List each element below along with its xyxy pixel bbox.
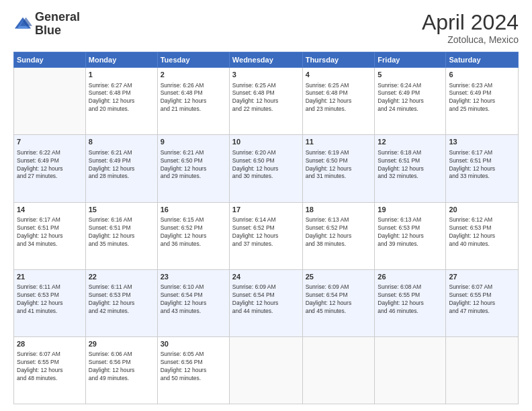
day-info: Sunrise: 6:09 AM Sunset: 6:54 PM Dayligh…: [232, 283, 300, 316]
day-number: 15: [89, 205, 154, 215]
logo-text: General Blue: [35, 11, 80, 38]
table-row: 4Sunrise: 6:25 AM Sunset: 6:48 PM Daylig…: [302, 68, 375, 135]
day-info: Sunrise: 6:07 AM Sunset: 6:55 PM Dayligh…: [449, 283, 515, 316]
day-number: 22: [89, 272, 154, 282]
day-number: 28: [17, 339, 83, 349]
table-row: 8Sunrise: 6:21 AM Sunset: 6:49 PM Daylig…: [85, 135, 157, 202]
day-info: Sunrise: 6:13 AM Sunset: 6:52 PM Dayligh…: [306, 216, 372, 248]
table-row: 9Sunrise: 6:21 AM Sunset: 6:50 PM Daylig…: [157, 135, 229, 202]
table-row: 21Sunrise: 6:11 AM Sunset: 6:53 PM Dayli…: [14, 269, 86, 336]
calendar-row: 21Sunrise: 6:11 AM Sunset: 6:53 PM Dayli…: [14, 269, 519, 336]
day-number: 5: [378, 70, 443, 80]
day-number: 13: [449, 137, 515, 147]
day-number: 19: [378, 205, 443, 215]
day-number: 24: [232, 272, 300, 282]
day-info: Sunrise: 6:16 AM Sunset: 6:51 PM Dayligh…: [89, 216, 154, 248]
header: General Blue April 2024 Zotoluca, Mexico: [13, 11, 519, 45]
day-number: 16: [161, 205, 226, 215]
table-row: 11Sunrise: 6:19 AM Sunset: 6:50 PM Dayli…: [302, 135, 375, 202]
table-row: [14, 68, 86, 135]
day-info: Sunrise: 6:08 AM Sunset: 6:55 PM Dayligh…: [378, 283, 443, 316]
table-row: 2Sunrise: 6:26 AM Sunset: 6:48 PM Daylig…: [157, 68, 229, 135]
day-info: Sunrise: 6:23 AM Sunset: 6:49 PM Dayligh…: [449, 82, 515, 114]
day-number: 2: [161, 70, 226, 80]
day-number: 21: [17, 272, 83, 282]
day-info: Sunrise: 6:11 AM Sunset: 6:53 PM Dayligh…: [17, 283, 83, 316]
day-info: Sunrise: 6:27 AM Sunset: 6:48 PM Dayligh…: [89, 82, 154, 114]
table-row: 18Sunrise: 6:13 AM Sunset: 6:52 PM Dayli…: [302, 202, 375, 269]
day-info: Sunrise: 6:11 AM Sunset: 6:53 PM Dayligh…: [89, 283, 154, 316]
day-info: Sunrise: 6:09 AM Sunset: 6:54 PM Dayligh…: [306, 283, 372, 316]
day-number: 6: [449, 70, 515, 80]
day-number: 26: [378, 272, 443, 282]
day-number: 30: [161, 339, 226, 349]
table-row: 13Sunrise: 6:17 AM Sunset: 6:51 PM Dayli…: [446, 135, 519, 202]
table-row: 3Sunrise: 6:25 AM Sunset: 6:48 PM Daylig…: [229, 68, 302, 135]
day-number: 11: [306, 137, 372, 147]
table-row: 7Sunrise: 6:22 AM Sunset: 6:49 PM Daylig…: [14, 135, 86, 202]
table-row: [302, 336, 375, 404]
logo: General Blue: [13, 11, 80, 38]
table-row: 22Sunrise: 6:11 AM Sunset: 6:53 PM Dayli…: [85, 269, 157, 336]
day-info: Sunrise: 6:13 AM Sunset: 6:53 PM Dayligh…: [378, 216, 443, 248]
day-number: 23: [161, 272, 226, 282]
page: General Blue April 2024 Zotoluca, Mexico…: [0, 0, 532, 411]
table-row: [229, 336, 302, 404]
day-number: 14: [17, 205, 83, 215]
day-info: Sunrise: 6:15 AM Sunset: 6:52 PM Dayligh…: [161, 216, 226, 248]
day-info: Sunrise: 6:12 AM Sunset: 6:53 PM Dayligh…: [449, 216, 515, 248]
table-row: 25Sunrise: 6:09 AM Sunset: 6:54 PM Dayli…: [302, 269, 375, 336]
main-title: April 2024: [422, 11, 519, 34]
col-sunday: Sunday: [14, 52, 86, 68]
day-number: 7: [17, 137, 83, 147]
day-info: Sunrise: 6:22 AM Sunset: 6:49 PM Dayligh…: [17, 149, 83, 181]
table-row: 24Sunrise: 6:09 AM Sunset: 6:54 PM Dayli…: [229, 269, 302, 336]
col-wednesday: Wednesday: [229, 52, 302, 68]
table-row: 26Sunrise: 6:08 AM Sunset: 6:55 PM Dayli…: [375, 269, 446, 336]
day-info: Sunrise: 6:19 AM Sunset: 6:50 PM Dayligh…: [306, 149, 372, 181]
day-info: Sunrise: 6:14 AM Sunset: 6:52 PM Dayligh…: [232, 216, 300, 248]
day-number: 1: [89, 70, 154, 80]
day-info: Sunrise: 6:20 AM Sunset: 6:50 PM Dayligh…: [232, 149, 300, 181]
day-info: Sunrise: 6:25 AM Sunset: 6:48 PM Dayligh…: [232, 82, 300, 114]
calendar-row: 7Sunrise: 6:22 AM Sunset: 6:49 PM Daylig…: [14, 135, 519, 202]
table-row: 12Sunrise: 6:18 AM Sunset: 6:51 PM Dayli…: [375, 135, 446, 202]
calendar-row: 14Sunrise: 6:17 AM Sunset: 6:51 PM Dayli…: [14, 202, 519, 269]
day-info: Sunrise: 6:18 AM Sunset: 6:51 PM Dayligh…: [378, 149, 443, 181]
day-number: 12: [378, 137, 443, 147]
table-row: 27Sunrise: 6:07 AM Sunset: 6:55 PM Dayli…: [446, 269, 519, 336]
subtitle: Zotoluca, Mexico: [422, 34, 519, 45]
table-row: 15Sunrise: 6:16 AM Sunset: 6:51 PM Dayli…: [85, 202, 157, 269]
day-info: Sunrise: 6:21 AM Sunset: 6:49 PM Dayligh…: [89, 149, 154, 181]
day-info: Sunrise: 6:17 AM Sunset: 6:51 PM Dayligh…: [449, 149, 515, 181]
table-row: 30Sunrise: 6:05 AM Sunset: 6:56 PM Dayli…: [157, 336, 229, 404]
day-number: 27: [449, 272, 515, 282]
table-row: 10Sunrise: 6:20 AM Sunset: 6:50 PM Dayli…: [229, 135, 302, 202]
day-number: 29: [89, 339, 154, 349]
col-friday: Friday: [375, 52, 446, 68]
day-info: Sunrise: 6:21 AM Sunset: 6:50 PM Dayligh…: [161, 149, 226, 181]
table-row: 16Sunrise: 6:15 AM Sunset: 6:52 PM Dayli…: [157, 202, 229, 269]
table-row: 23Sunrise: 6:10 AM Sunset: 6:54 PM Dayli…: [157, 269, 229, 336]
table-row: [446, 336, 519, 404]
day-info: Sunrise: 6:24 AM Sunset: 6:49 PM Dayligh…: [378, 82, 443, 114]
table-row: 6Sunrise: 6:23 AM Sunset: 6:49 PM Daylig…: [446, 68, 519, 135]
table-row: 29Sunrise: 6:06 AM Sunset: 6:56 PM Dayli…: [85, 336, 157, 404]
day-info: Sunrise: 6:25 AM Sunset: 6:48 PM Dayligh…: [306, 82, 372, 114]
title-block: April 2024 Zotoluca, Mexico: [422, 11, 519, 45]
table-row: 17Sunrise: 6:14 AM Sunset: 6:52 PM Dayli…: [229, 202, 302, 269]
day-number: 20: [449, 205, 515, 215]
day-number: 8: [89, 137, 154, 147]
table-row: 28Sunrise: 6:07 AM Sunset: 6:55 PM Dayli…: [14, 336, 86, 404]
day-number: 3: [232, 70, 300, 80]
day-number: 10: [232, 137, 300, 147]
calendar-row: 1Sunrise: 6:27 AM Sunset: 6:48 PM Daylig…: [14, 68, 519, 135]
table-row: 19Sunrise: 6:13 AM Sunset: 6:53 PM Dayli…: [375, 202, 446, 269]
day-info: Sunrise: 6:05 AM Sunset: 6:56 PM Dayligh…: [161, 351, 226, 383]
day-info: Sunrise: 6:17 AM Sunset: 6:51 PM Dayligh…: [17, 216, 83, 248]
day-info: Sunrise: 6:06 AM Sunset: 6:56 PM Dayligh…: [89, 351, 154, 383]
table-row: 14Sunrise: 6:17 AM Sunset: 6:51 PM Dayli…: [14, 202, 86, 269]
logo-icon: [13, 15, 32, 34]
day-number: 9: [161, 137, 226, 147]
calendar-row: 28Sunrise: 6:07 AM Sunset: 6:55 PM Dayli…: [14, 336, 519, 404]
